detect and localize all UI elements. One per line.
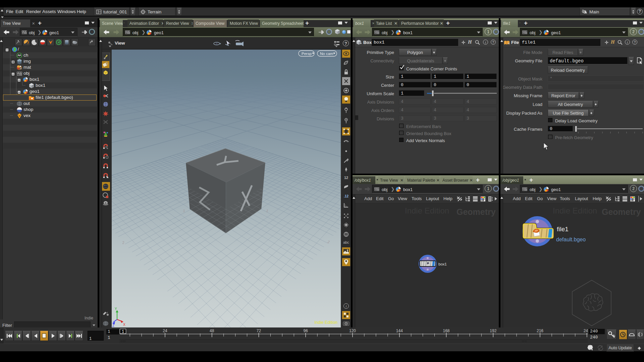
svg-text:48: 48 — [210, 328, 214, 333]
svg-text:168: 168 — [443, 328, 449, 333]
svg-text:Y: Y — [115, 307, 117, 311]
svg-text:default.bgeo: default.bgeo — [556, 237, 586, 242]
svg-text:No cam: No cam — [320, 52, 333, 56]
svg-text:X: X — [123, 323, 125, 326]
svg-text:192: 192 — [490, 328, 496, 333]
svg-text:120: 120 — [349, 328, 356, 333]
svg-text:box1: box1 — [438, 262, 447, 266]
svg-text:Indie Edition: Indie Edition — [314, 320, 337, 325]
svg-text:24: 24 — [163, 328, 167, 333]
svg-text:144: 144 — [396, 328, 403, 333]
svg-text:240: 240 — [584, 328, 588, 333]
svg-text:96: 96 — [304, 328, 308, 333]
svg-text:72: 72 — [257, 328, 261, 333]
svg-text:Persp: Persp — [302, 52, 312, 56]
svg-text:file1: file1 — [557, 226, 569, 233]
svg-text:Z: Z — [112, 324, 114, 327]
svg-text:216: 216 — [537, 328, 543, 333]
